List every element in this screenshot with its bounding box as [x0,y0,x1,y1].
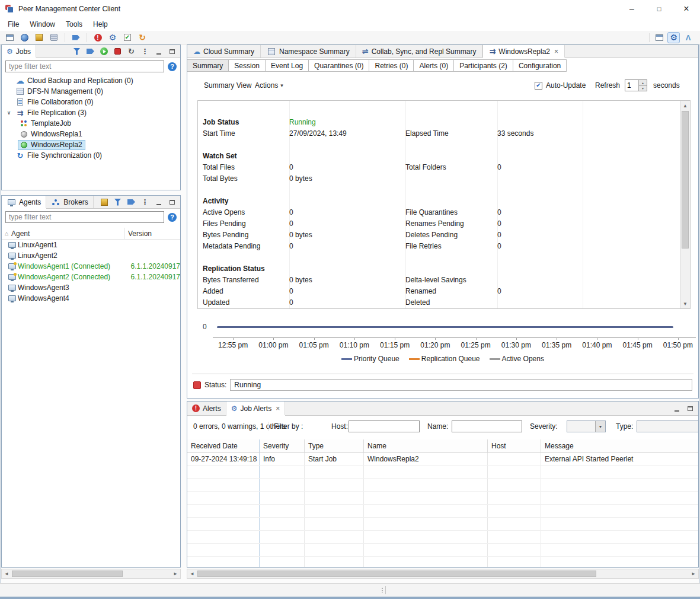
chevron-down-icon[interactable]: ∨ [5,110,13,116]
agent-row[interactable]: LinuxAgent2 [2,250,180,261]
tab-windowsrepla2[interactable]: ⇉ WindowsRepla2 × [482,45,565,58]
column-header-severity[interactable]: Severity [260,439,305,452]
web-client-icon[interactable] [19,32,30,43]
subtab-quarantines[interactable]: Quarantines (0) [308,59,369,72]
new-job-icon[interactable] [4,32,15,43]
agent-row[interactable]: WindowsAgent3 [2,282,180,293]
subtab-session[interactable]: Session [228,59,266,72]
auto-update-checkbox[interactable]: ✔ [535,78,542,93]
agent-row[interactable]: LinuxAgent1 [2,240,180,250]
scroll-right-icon[interactable]: ► [171,569,180,578]
refresh-icon[interactable]: ↻ [137,32,148,43]
scrollbar-thumb[interactable] [682,111,689,248]
tag-icon[interactable] [71,32,81,43]
tab-agents[interactable]: Agents [2,196,46,208]
actions-dropdown[interactable]: Actions ▾ [255,78,283,93]
column-header-agent[interactable]: Agent [11,230,124,238]
subtab-participants[interactable]: Participants (2) [453,59,513,72]
subtab-retries[interactable]: Retries (0) [369,59,414,72]
maximize-button[interactable]: □ [645,0,673,18]
column-header-name[interactable]: Name [364,439,488,452]
misc-perspective-icon[interactable]: Λ [683,32,693,43]
edit-agent-icon[interactable] [98,197,110,208]
spinner-up-icon[interactable]: ▴ [639,80,647,86]
tree-item-windowsrepla1[interactable]: WindowsRepla1 [2,129,180,139]
install-package-icon[interactable] [34,32,44,43]
jobs-filter-input[interactable] [5,60,164,72]
subtab-summary[interactable]: Summary [187,59,229,72]
tab-job-alerts[interactable]: ⚙ Job Alerts × [226,402,285,415]
tree-item-cloud-backup[interactable]: ☁ Cloud Backup and Replication (0) [2,75,180,86]
tab-brokers[interactable]: Brokers [46,196,93,208]
subtab-configuration[interactable]: Configuration [513,59,567,72]
minimize-panel-icon[interactable] [152,197,165,208]
tree-item-templatejob[interactable]: TemplateJob [2,118,180,129]
menu-window[interactable]: Window [24,18,60,31]
start-job-icon[interactable] [98,46,110,57]
column-header-received-date[interactable]: Received Date [187,439,260,452]
scroll-left-icon[interactable]: ◄ [187,569,197,578]
filter-icon[interactable] [71,46,83,57]
menu-help[interactable]: Help [88,18,113,31]
tasks-check-icon[interactable]: ✔ [122,32,133,43]
scrollbar-thumb[interactable] [12,571,123,577]
spinner-down-icon[interactable]: ▾ [639,86,647,91]
column-header-type[interactable]: Type [305,439,364,452]
maximize-panel-icon[interactable] [166,197,178,208]
agent-row[interactable]: WindowsAgent2 (Connected) 6.1.1.20240917 [2,272,180,282]
tag-icon[interactable] [84,46,97,57]
column-header-host[interactable]: Host [488,439,541,452]
pmc-perspective-icon[interactable]: ⚙ [667,32,680,43]
tree-item-windowsrepla2[interactable]: WindowsRepla2 [2,139,180,150]
tag-icon[interactable] [125,197,138,208]
column-header-message[interactable]: Message [541,439,698,452]
column-header-version[interactable]: Version [124,228,180,239]
minimize-button[interactable]: – [618,0,645,18]
statusbar-grip[interactable] [382,588,383,593]
host-filter-input[interactable] [349,420,420,432]
maximize-panel-icon[interactable] [166,46,178,57]
scroll-left-icon[interactable]: ◄ [2,569,11,578]
scroll-up-icon[interactable]: ▲ [680,101,690,110]
filter-icon[interactable] [111,197,124,208]
alert-row[interactable]: 09-27-2024 13:49:18 Info Start Job Windo… [187,453,698,466]
severity-select[interactable]: ▼ [567,420,606,432]
view-menu-icon[interactable]: ⋮ [139,46,151,57]
subtab-event-log[interactable]: Event Log [265,59,309,72]
maximize-panel-icon[interactable] [684,403,696,414]
subtab-alerts[interactable]: Alerts (0) [413,59,454,72]
help-icon[interactable]: ? [168,213,177,222]
tree-item-dfs-management[interactable]: DFS-N Management (0) [2,86,180,97]
open-perspective-icon[interactable] [654,32,664,43]
agents-filter-input[interactable] [5,211,164,223]
menu-file[interactable]: File [2,18,24,31]
refresh-seconds-input[interactable] [625,80,638,91]
name-filter-input[interactable] [452,420,522,432]
scroll-down-icon[interactable]: ▼ [680,299,690,308]
settings-gear-icon[interactable]: ⚙ [107,32,118,43]
alerts-icon[interactable]: ! [92,32,103,43]
storage-icon[interactable] [49,32,59,43]
minimize-panel-icon[interactable] [152,46,165,57]
close-button[interactable]: × [673,0,700,18]
close-tab-icon[interactable]: × [554,47,558,56]
tab-jobs[interactable]: ⚙ Jobs [2,45,36,58]
scroll-right-icon[interactable]: ► [689,569,698,578]
menu-tools[interactable]: Tools [60,18,88,31]
minimize-panel-icon[interactable] [670,403,683,414]
restart-job-icon[interactable]: ↻ [125,46,138,57]
tree-item-file-replication[interactable]: ∨ ⇉ File Replication (3) [2,107,180,118]
status-stop-icon[interactable] [193,381,201,389]
stop-job-icon[interactable] [111,46,124,57]
close-tab-icon[interactable]: × [276,404,280,413]
tab-collab-sync-repl-summary[interactable]: ⇌ Collab, Sync, and Repl Summary [356,45,483,58]
agent-row[interactable]: WindowsAgent4 [2,293,180,304]
tab-namespace-summary[interactable]: Namespace Summary [261,45,356,58]
tree-item-file-collaboration[interactable]: File Collaboration (0) [2,97,180,107]
help-icon[interactable]: ? [168,62,177,71]
type-select[interactable] [637,420,699,432]
agent-row[interactable]: WindowsAgent1 (Connected) 6.1.1.20240917 [2,261,180,272]
tab-alerts[interactable]: ! Alerts [187,402,226,415]
tab-cloud-summary[interactable]: ☁ Cloud Summary [187,45,261,58]
view-menu-icon[interactable]: ⋮ [139,197,151,208]
